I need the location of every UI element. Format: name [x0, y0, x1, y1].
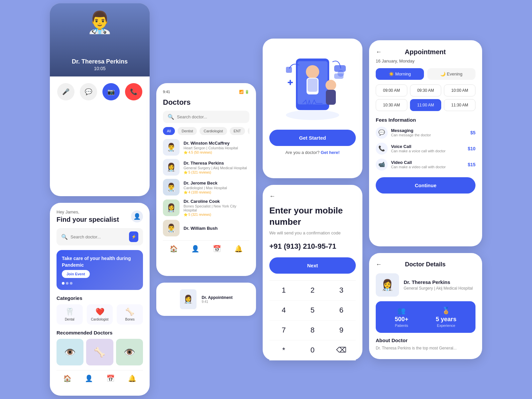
fee-messaging-price: $5: [470, 130, 475, 135]
filter-gene[interactable]: Gene: [248, 127, 249, 135]
mini-card-name: Dr. Appointment: [202, 295, 233, 300]
num-star[interactable]: *: [269, 340, 298, 360]
message-button[interactable]: 💬: [80, 83, 97, 100]
appt-back-arrow[interactable]: ←: [376, 49, 382, 56]
doc-name-1: Dr. Winston McCaffrey: [184, 141, 249, 146]
num-6[interactable]: 6: [327, 301, 356, 321]
doc-info-1: Dr. Winston McCaffrey Heart Sergon | Col…: [184, 141, 249, 154]
table-row[interactable]: 👩‍⚕️ Dr. Caroline Cook Bones Specialist …: [163, 199, 249, 216]
nav-calendar[interactable]: 📅: [106, 374, 115, 382]
confirmation-subtitle: We will send you a confirmation code: [269, 230, 356, 235]
filter-button[interactable]: ⚡: [129, 231, 138, 242]
phone-back-arrow[interactable]: ←: [269, 193, 275, 200]
num-0[interactable]: 0: [298, 340, 327, 360]
num-7[interactable]: 7: [269, 321, 298, 340]
category-cardio-label: Cardiologist: [89, 318, 111, 321]
slot-1000[interactable]: 10:00 AM: [444, 84, 475, 96]
doc-rating-3: ⭐ 4 (100 reviews): [184, 191, 249, 194]
slot-0900[interactable]: 09:00 AM: [376, 84, 407, 96]
experience-icon: 🏅: [436, 307, 457, 315]
rec-doc-3: 👁️: [116, 339, 143, 365]
nav-home[interactable]: 🏠: [63, 374, 71, 382]
filter-dentist[interactable]: Dentist: [178, 127, 197, 135]
slot-1030[interactable]: 10:30 AM: [376, 99, 407, 111]
doctors-search-bar[interactable]: 🔍: [163, 111, 249, 123]
home-search-input[interactable]: [70, 234, 126, 239]
num-4[interactable]: 4: [269, 301, 298, 321]
nav-profile[interactable]: 👤: [85, 374, 93, 382]
doc-details-back[interactable]: ←: [376, 261, 382, 268]
num-9[interactable]: 9: [327, 321, 356, 340]
num-5[interactable]: 5: [298, 301, 327, 321]
fee-voice-desc: Can make a voice call with doctor: [391, 149, 465, 153]
doc-avatar-1: 👨‍⚕️: [163, 139, 180, 156]
rec-doc-2: 🦴: [86, 339, 113, 365]
nav-bell[interactable]: 🔔: [128, 374, 136, 382]
table-row[interactable]: 👨‍⚕️ Dr. William Bush: [163, 220, 249, 236]
doctor-illustration: [276, 49, 349, 122]
doctors-search-icon: 🔍: [168, 114, 174, 120]
category-bones-label: Bones: [119, 318, 141, 321]
search-icon: 🔍: [61, 234, 68, 240]
fee-video-price: $15: [468, 162, 475, 167]
num-backspace[interactable]: ⌫: [327, 340, 356, 360]
phone-number-display: +91 (913) 210-95-71: [269, 242, 356, 251]
get-here-link[interactable]: Get here!: [321, 150, 340, 155]
banner-dot-3: [70, 282, 72, 285]
filter-cardio[interactable]: Cardiologist: [200, 127, 227, 135]
evening-tab[interactable]: 🌙 Evening: [427, 68, 475, 80]
svg-point-3: [306, 65, 319, 78]
fee-messaging-info: Messaging Can message the doctor: [391, 128, 467, 137]
num-8[interactable]: 8: [298, 321, 327, 340]
morning-tab[interactable]: ☀️ Morning: [376, 68, 424, 80]
hangup-button[interactable]: 📞: [125, 83, 142, 100]
nav-bell-icon[interactable]: 🔔: [234, 245, 243, 253]
patients-label: Patients: [395, 324, 408, 328]
slot-1100[interactable]: 11:00 AM: [410, 99, 442, 111]
next-button[interactable]: Next: [269, 257, 356, 274]
table-row[interactable]: 👨‍⚕️ Dr. Jerome Beck Cardiologist | Max …: [163, 179, 249, 196]
stat-experience: 🏅 5 years Experience: [436, 307, 457, 328]
doc-name-4: Dr. Caroline Cook: [184, 199, 249, 204]
slot-0930[interactable]: 09:30 AM: [410, 84, 442, 96]
get-started-button[interactable]: Get Started: [269, 130, 356, 146]
slot-1130[interactable]: 11:30 AM: [444, 99, 475, 111]
nav-home-icon[interactable]: 🏠: [170, 245, 178, 253]
mute-button[interactable]: 🎤: [57, 83, 74, 100]
video-call-card: 👨‍⚕️ Dr. Theresa Perkins 10:05 🎤 💬 📷 📞: [50, 3, 150, 196]
patients-value: 500+: [395, 316, 408, 323]
are-you-doctor-text: Are you a doctor? Get here!: [285, 150, 339, 155]
video-button[interactable]: 📷: [102, 83, 120, 100]
doctors-title: Doctors: [163, 98, 249, 107]
phone-number-card: ← Enter your mobile number We will send …: [263, 185, 362, 360]
svg-point-0: [286, 110, 339, 120]
nav-profile-icon[interactable]: 👤: [191, 245, 200, 253]
category-dental[interactable]: 🦷 Dental: [57, 304, 83, 325]
filter-ent[interactable]: ENT: [230, 127, 245, 135]
filter-all[interactable]: All: [163, 127, 175, 135]
doc-rating-1: ⭐ 4.5 (50 reviews): [184, 151, 249, 154]
doctors-search-input[interactable]: [177, 114, 245, 119]
category-cardio[interactable]: ❤️ Cardiologist: [87, 304, 113, 325]
continue-button[interactable]: Continue: [376, 177, 475, 194]
doctor-profile-specialty: General Surgery | Akij Medical Hospital: [404, 286, 473, 291]
nav-calendar-icon[interactable]: 📅: [213, 245, 221, 253]
category-bones[interactable]: 🦴 Bones: [117, 304, 143, 325]
time-period-tabs: ☀️ Morning 🌙 Evening: [376, 68, 475, 80]
num-1[interactable]: 1: [269, 281, 298, 301]
doc-specialty-2: General Surgery | Akij Medical Hospital: [184, 166, 249, 170]
num-3[interactable]: 3: [327, 281, 356, 301]
doc-rating-2: ⭐ 5 (321 reviews): [184, 171, 249, 174]
status-icons: 📶 🔋: [239, 90, 249, 94]
join-event-button[interactable]: Join Event: [62, 270, 90, 278]
table-row[interactable]: 👩‍⚕️ Dr. Theresa Perkins General Surgery…: [163, 159, 249, 176]
table-row[interactable]: 👨‍⚕️ Dr. Winston McCaffrey Heart Sergon …: [163, 139, 249, 156]
banner-text: Take care of your health during Pandemic: [62, 255, 138, 268]
status-time: 9:41: [163, 90, 170, 94]
banner-dot-2: [66, 282, 68, 285]
num-2[interactable]: 2: [298, 281, 327, 301]
doc-name-3: Dr. Jerome Beck: [184, 181, 249, 186]
doc-info-2: Dr. Theresa Perkins General Surgery | Ak…: [184, 161, 249, 174]
fee-voice-price: $10: [468, 146, 475, 151]
home-search-bar[interactable]: 🔍 ⚡: [57, 228, 143, 245]
